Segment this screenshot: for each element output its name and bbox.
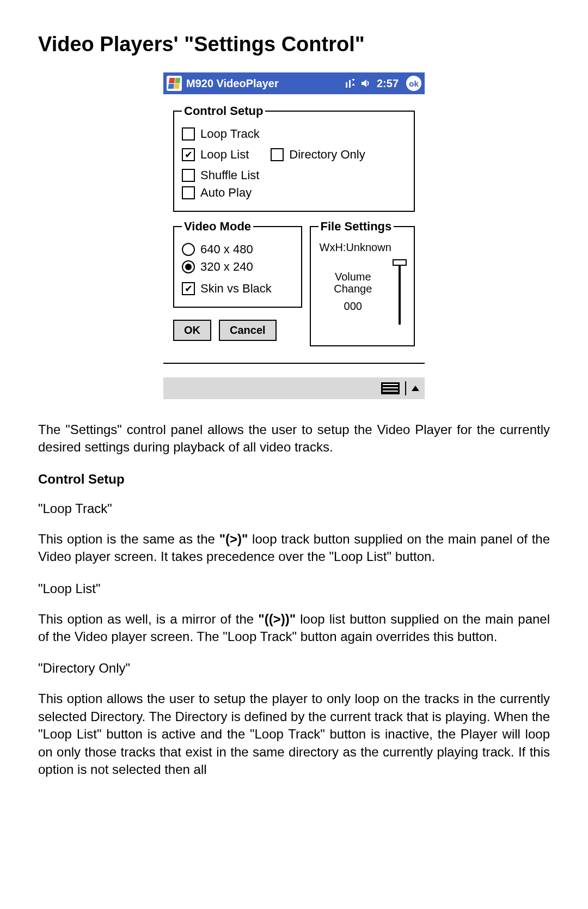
- volume-icon[interactable]: [360, 78, 372, 89]
- sip-bar: [163, 377, 425, 399]
- volume-label-2: Change: [320, 283, 387, 295]
- separator: [163, 363, 425, 364]
- checkbox-loop-track[interactable]: [182, 127, 195, 141]
- item-name-directory-only: "Directory Only": [38, 661, 550, 676]
- item-desc-directory-only: This option allows the user to setup the…: [38, 690, 550, 778]
- client-area: Control Setup Loop Track ✔ Loop List Dir…: [163, 94, 425, 377]
- svg-rect-0: [346, 82, 347, 88]
- divider: [405, 381, 406, 395]
- group-file-settings: File Settings WxH:Unknown Volume Change …: [310, 219, 415, 346]
- clock: 2:57: [377, 77, 399, 90]
- volume-value: 000: [320, 300, 387, 313]
- legend-control-setup: Control Setup: [182, 104, 265, 118]
- label-skin-vs-black: Skin vs Black: [200, 282, 272, 296]
- section-heading-control-setup: Control Setup: [38, 472, 550, 487]
- svg-marker-2: [362, 80, 366, 87]
- connectivity-icon[interactable]: [344, 78, 356, 89]
- item-name-loop-track: "Loop Track": [38, 501, 550, 516]
- checkbox-skin-vs-black[interactable]: ✔: [182, 282, 195, 295]
- file-dimensions: WxH:Unknown: [320, 241, 406, 254]
- radio-320x240[interactable]: [182, 260, 195, 273]
- legend-video-mode: Video Mode: [182, 219, 253, 234]
- label-auto-play: Auto Play: [200, 186, 252, 200]
- keyboard-icon[interactable]: [381, 382, 400, 394]
- checkbox-directory-only[interactable]: [271, 148, 284, 161]
- item-desc-loop-list: This option as well, is a mirror of the …: [38, 611, 550, 646]
- label-loop-list: Loop List: [200, 148, 249, 162]
- item-desc-loop-track: This option is the same as the "(>)" loo…: [38, 530, 550, 566]
- chevron-up-icon[interactable]: [412, 386, 419, 391]
- radio-640x480[interactable]: [182, 243, 195, 256]
- screenshot-figure: M920 VideoPlayer 2:57 ok Control Setup L…: [38, 72, 550, 399]
- checkbox-shuffle-list[interactable]: [182, 169, 195, 182]
- cancel-dialog-button[interactable]: Cancel: [219, 320, 277, 341]
- group-video-mode: Video Mode 640 x 480 320 x 240 ✔: [173, 219, 302, 308]
- item-name-loop-list: "Loop List": [38, 581, 550, 596]
- checkbox-auto-play[interactable]: [182, 186, 195, 199]
- legend-file-settings: File Settings: [318, 219, 394, 234]
- title-bar: M920 VideoPlayer 2:57 ok: [163, 72, 425, 94]
- start-icon[interactable]: [167, 76, 182, 91]
- checkbox-loop-list[interactable]: ✔: [182, 148, 195, 161]
- group-control-setup: Control Setup Loop Track ✔ Loop List Dir…: [173, 104, 415, 212]
- device-frame: M920 VideoPlayer 2:57 ok Control Setup L…: [163, 72, 425, 399]
- label-320x240: 320 x 240: [200, 260, 253, 274]
- label-loop-track: Loop Track: [200, 127, 260, 141]
- svg-rect-1: [349, 80, 351, 88]
- page-title: Video Players' "Settings Control": [38, 33, 550, 56]
- label-shuffle-list: Shuffle List: [200, 168, 259, 182]
- label-directory-only: Directory Only: [289, 148, 365, 162]
- ok-button[interactable]: ok: [406, 76, 421, 91]
- volume-label-1: Volume: [320, 271, 387, 283]
- label-640x480: 640 x 480: [200, 242, 253, 257]
- ok-dialog-button[interactable]: OK: [173, 320, 211, 341]
- app-title: M920 VideoPlayer: [186, 77, 279, 90]
- intro-paragraph: The "Settings" control panel allows the …: [38, 421, 550, 456]
- volume-slider[interactable]: [394, 259, 405, 325]
